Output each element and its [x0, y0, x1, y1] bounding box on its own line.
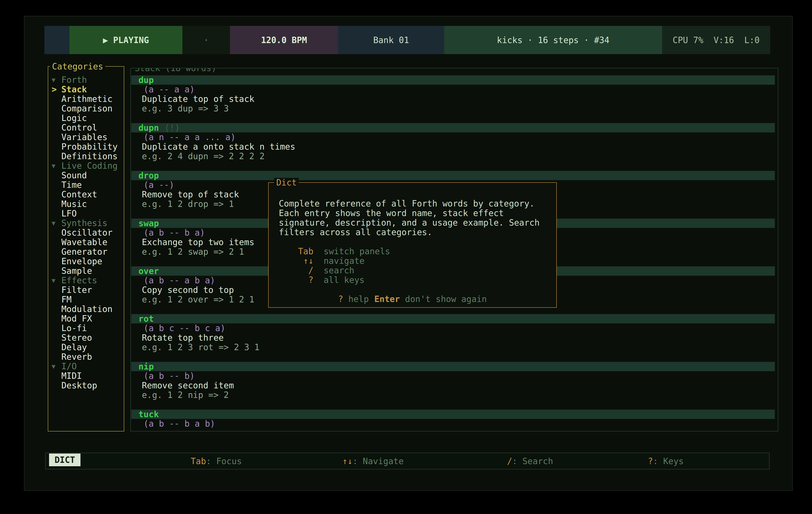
modal-key-row: Tab switch panels — [269, 247, 556, 256]
sidebar-item-wavetable[interactable]: Wavetable — [48, 238, 124, 247]
sidebar-item-label: Mod FX — [61, 314, 92, 324]
sidebar-item-marker-icon — [52, 285, 61, 295]
key-name: ↑↓ — [269, 256, 313, 266]
sidebar-item-time[interactable]: Time — [48, 180, 124, 190]
hint-key: / — [507, 456, 512, 466]
sidebar-item-marker-icon — [52, 113, 61, 123]
sidebar-item-comparison[interactable]: Comparison — [48, 104, 124, 113]
sidebar-item-marker-icon — [52, 256, 61, 266]
sidebar-item-mod-fx[interactable]: Mod FX — [48, 314, 124, 324]
categories-title: Categories — [50, 62, 105, 71]
sidebar-item-label: Reverb — [61, 352, 92, 362]
modal-key-hints: Tab switch panels ↑↓ navigate / search ?… — [269, 247, 556, 285]
word-badge: (!) — [164, 123, 180, 133]
sidebar-item-sample[interactable]: Sample — [48, 266, 124, 276]
sidebar-item-reverb[interactable]: Reverb — [48, 352, 124, 362]
sidebar-item-oscillator[interactable]: Oscillator — [48, 228, 124, 238]
word-entry-body: (a b c -- b c a) Rotate top three e.g. 1… — [131, 324, 775, 352]
sidebar-item-music[interactable]: Music — [48, 199, 124, 209]
sidebar-item-delay[interactable]: Delay — [48, 342, 124, 352]
sidebar-item-logic[interactable]: Logic — [48, 113, 124, 123]
word-entry-body: (a b -- b) Remove second item e.g. 1 2 n… — [131, 371, 775, 400]
word-entry-body: (a -- a a) Duplicate top of stack e.g. 3… — [131, 85, 775, 113]
sidebar-item-marker-icon — [52, 199, 61, 209]
sidebar-item-lfo[interactable]: LFO — [48, 209, 124, 218]
sidebar-item-stack[interactable]: > Stack — [48, 85, 124, 94]
sidebar-item-context[interactable]: Context — [48, 190, 124, 199]
word-entry-header[interactable]: dupn (!) — [131, 123, 775, 132]
modal-key-row: / search — [269, 266, 556, 275]
sidebar-item-label: Lo-fi — [61, 324, 87, 333]
sidebar-item-i-o[interactable]: ▼ I/O — [48, 362, 124, 371]
sidebar-item-marker-icon — [52, 132, 61, 142]
word-signature: (a -- a a) — [131, 85, 775, 94]
key-name: ? — [269, 275, 313, 285]
sidebar-item-marker-icon — [52, 94, 61, 104]
footer-key: Enter — [374, 294, 400, 304]
word-entry-nip[interactable]: nip (a b -- b) Remove second item e.g. 1… — [131, 362, 775, 400]
sidebar-item-lo-fi[interactable]: Lo-fi — [48, 324, 124, 333]
sidebar-item-generator[interactable]: Generator — [48, 247, 124, 256]
sidebar-item-label: Music — [61, 199, 87, 209]
sidebar-item-definitions[interactable]: Definitions — [48, 152, 124, 161]
sidebar-item-label: Forth — [61, 75, 87, 85]
sidebar-item-midi[interactable]: MIDI — [48, 371, 124, 381]
word-name: dupn — [139, 123, 159, 133]
word-entry-header[interactable]: rot — [131, 314, 775, 324]
sidebar-item-effects[interactable]: ▼ Effects — [48, 276, 124, 285]
key-action: navigate — [324, 256, 365, 266]
word-name: drop — [139, 171, 159, 180]
sidebar-item-marker-icon — [52, 209, 61, 218]
hint-key: Tab — [191, 456, 206, 466]
sidebar-item-label: Generator — [61, 247, 108, 256]
sidebar-item-desktop[interactable]: Desktop — [48, 381, 124, 390]
mode-badge: DICT — [49, 454, 81, 466]
pattern-display: kicks · 16 steps · #34 — [444, 26, 662, 54]
word-entry-header[interactable]: drop — [131, 171, 775, 180]
app-window: ▶ PLAYING · 120.0 BPM Bank 01 kicks · 16… — [24, 16, 793, 491]
sidebar-item-filter[interactable]: Filter — [48, 285, 124, 295]
hint-label: : Search — [512, 456, 553, 466]
word-entry-rot[interactable]: rot (a b c -- b c a) Rotate top three e.… — [131, 314, 775, 352]
sidebar-item-modulation[interactable]: Modulation — [48, 304, 124, 314]
word-entry-header[interactable]: tuck — [131, 410, 775, 419]
word-name: nip — [139, 362, 154, 371]
word-example: e.g. 1 2 nip => 2 — [131, 390, 775, 400]
sidebar-item-synthesis[interactable]: ▼ Synthesis — [48, 218, 124, 228]
sidebar-item-variables[interactable]: Variables — [48, 132, 124, 142]
sidebar-item-label: MIDI — [61, 371, 82, 381]
sidebar-item-control[interactable]: Control — [48, 123, 124, 132]
sidebar-item-marker-icon: ▼ — [52, 218, 61, 228]
sidebar-item-fm[interactable]: FM — [48, 295, 124, 304]
word-entry-body: (a b -- b a b) — [131, 419, 775, 431]
sidebar-item-label: Wavetable — [61, 238, 108, 247]
word-entry-header[interactable]: nip — [131, 362, 775, 371]
modal-title: Dict — [274, 178, 299, 187]
hint-label: : Focus — [206, 456, 242, 466]
sidebar-item-label: Envelope — [61, 256, 103, 266]
sidebar-item-probability[interactable]: Probability — [48, 142, 124, 152]
footer-label: don't show again — [400, 294, 487, 304]
sidebar-item-forth[interactable]: ▼ Forth — [48, 75, 124, 85]
sidebar-item-sound[interactable]: Sound — [48, 171, 124, 180]
status-hint--search: /: Search — [507, 456, 553, 466]
sidebar-item-live-coding[interactable]: ▼ Live Coding — [48, 161, 124, 171]
sidebar-item-marker-icon — [52, 314, 61, 324]
sidebar-item-envelope[interactable]: Envelope — [48, 256, 124, 266]
word-description — [131, 428, 775, 431]
categories-panel: Categories ▼ Forth > Stack Arithmetic Co… — [48, 66, 124, 431]
word-entry-header[interactable]: dup — [131, 75, 775, 85]
cpu-stats: CPU 7% V:16 L:0 — [662, 26, 770, 54]
sidebar-item-marker-icon — [52, 228, 61, 238]
word-entry-dup[interactable]: dup (a -- a a) Duplicate top of stack e.… — [131, 75, 775, 113]
modal-body-line: signature, description, and a usage exam… — [269, 218, 556, 228]
sidebar-item-arithmetic[interactable]: Arithmetic — [48, 94, 124, 104]
sidebar-item-stereo[interactable]: Stereo — [48, 333, 124, 342]
sidebar-item-label: Stereo — [61, 333, 92, 342]
sidebar-item-marker-icon — [52, 295, 61, 304]
status-hint--focus: Tab: Focus — [191, 456, 242, 466]
word-entry-dupn[interactable]: dupn (!) (a n -- a a ... a) Duplicate a … — [131, 123, 775, 161]
status-hint--keys: ?: Keys — [648, 456, 684, 466]
top-bar: ▶ PLAYING · 120.0 BPM Bank 01 kicks · 16… — [45, 26, 770, 54]
word-entry-tuck[interactable]: tuck (a b -- b a b) — [131, 410, 775, 431]
